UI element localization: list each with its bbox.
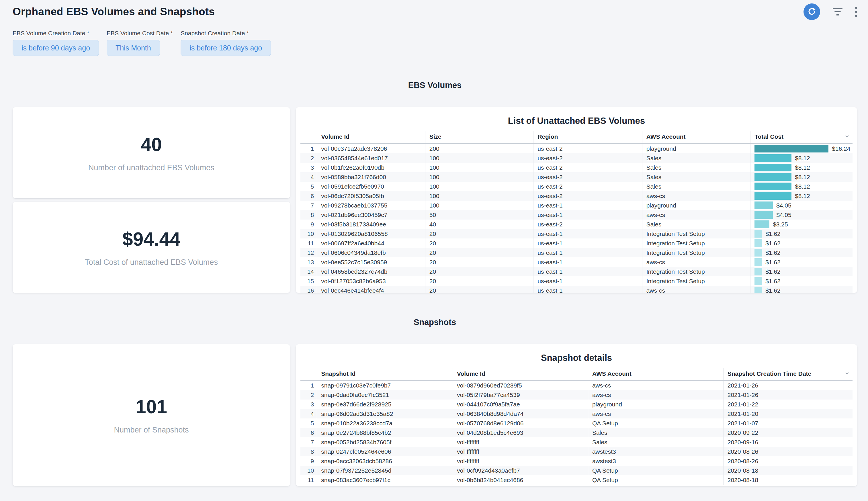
volume-row[interactable]: 6vol-06dc720f5305a05fb100us-east-2aws-cs… (300, 191, 853, 201)
column-header-label: Total Cost (754, 133, 783, 140)
snapshot-row[interactable]: 11snap-083ac3607ecb97f1cvol-0b6b824b041e… (300, 475, 853, 485)
region-cell: us-east-2 (534, 163, 642, 172)
cost-bar (754, 202, 773, 209)
snapshot-row[interactable]: 8snap-0247cfe052464e606vol-ffffffffawste… (300, 447, 853, 456)
refresh-button[interactable] (804, 3, 820, 20)
size-cell: 100 (425, 153, 533, 163)
stat-value: $94.44 (122, 228, 180, 250)
filter-value-chip[interactable]: is before 90 days ago (13, 40, 99, 56)
row-index: 9 (300, 456, 317, 466)
cost-value: $8.12 (795, 155, 810, 162)
volume-row[interactable]: 12vol-0606c04349da18efb20us-east-1Integr… (300, 248, 853, 257)
aws-account-cell: aws-cs (642, 257, 750, 267)
filter-label: EBS Volume Cost Date * (107, 30, 173, 37)
snapshot-id-cell: snap-07f9372252e52845d (317, 466, 453, 475)
volume-row[interactable]: 2vol-036548544e61ed017100us-east-2Sales$… (300, 153, 853, 163)
filter-value-chip[interactable]: This Month (107, 40, 160, 56)
volume-row[interactable]: 15vol-0f127053c82b6a95320us-east-1Integr… (300, 276, 853, 286)
column-header[interactable]: Snapshot Creation Time Date (723, 368, 853, 381)
total-cost-cell: $4.05 (750, 210, 853, 220)
volume-row[interactable]: 9vol-03f5b3181733409ee40us-east-2Sales$3… (300, 220, 853, 229)
snapshot-row[interactable]: 6snap-0e2724b88bf85c4b2vol-04d208b1ed5c4… (300, 428, 853, 437)
region-cell: us-east-2 (534, 153, 642, 163)
volume-row[interactable]: 16vol-0ec446e414bfee4f420us-east-1aws-cs… (300, 286, 853, 293)
snapshot-row[interactable]: 9snap-0ecc32063dcb58286vol-ffffffffawste… (300, 456, 853, 466)
volume-id-cell: vol-00697ff2a6e40bb44 (317, 238, 425, 248)
volume-row[interactable]: 7vol-09278bcaeb1037755100us-east-1playgr… (300, 201, 853, 210)
volumes-table-header-row: Volume IdSizeRegionAWS AccountTotal Cost (300, 131, 853, 143)
region-cell: us-east-2 (534, 182, 642, 191)
column-header[interactable]: Total Cost (750, 131, 853, 143)
page-title: Orphaned EBS Volumes and Snapshots (13, 5, 857, 18)
column-header-label: Volume Id (321, 133, 350, 140)
column-header[interactable]: Snapshot Id (317, 368, 453, 381)
cost-bar (754, 230, 762, 238)
column-header[interactable]: Region (534, 131, 642, 143)
column-header-label: AWS Account (592, 370, 632, 377)
volume-row[interactable]: 8vol-021db96ee300459c750us-east-1aws-cs$… (300, 210, 853, 220)
aws-account-cell: playground (642, 143, 750, 153)
snapshot-id-cell: snap-010b22a36238ccd7a (317, 418, 453, 428)
size-cell: 100 (425, 163, 533, 172)
cost-bar (754, 173, 792, 181)
snapshot-row[interactable]: 7snap-0052bd25834b7605fvol-ffffffffSales… (300, 437, 853, 447)
aws-account-cell: aws-cs (588, 381, 723, 390)
cost-bar (754, 154, 792, 162)
column-header[interactable]: Volume Id (317, 131, 425, 143)
column-header[interactable]: Volume Id (453, 368, 588, 381)
volume-stats-column: 40 Number of unattached EBS Volumes $94.… (13, 107, 290, 293)
volume-id-cell: vol-0879d960ed70239f5 (453, 381, 588, 390)
creation-date-cell: 2020-08-26 (723, 456, 853, 466)
volume-id-cell: vol-0570768d8e6129d06 (453, 418, 588, 428)
creation-date-cell: 2021-01-20 (723, 409, 853, 418)
total-cost-cell: $8.12 (750, 191, 853, 201)
row-index: 14 (300, 267, 317, 276)
cost-bar (754, 164, 792, 171)
snapshot-row[interactable]: 2snap-0dad0fa0ec7fc3521vol-05f2f79ba77ca… (300, 390, 853, 399)
cost-bar (754, 192, 792, 200)
filter-icon (833, 8, 843, 15)
aws-account-cell: aws-cs (642, 210, 750, 220)
volume-id-cell: vol-036548544e61ed017 (317, 153, 425, 163)
filter-button[interactable] (833, 8, 843, 15)
panel-title: Snapshot details (300, 353, 853, 363)
aws-account-cell: QA Setup (588, 475, 723, 485)
volume-row[interactable]: 11vol-00697ff2a6e40bb4420us-east-1Integr… (300, 238, 853, 248)
snapshot-row[interactable]: 4snap-06d02ad3d31e35a82vol-063840b8d98d4… (300, 409, 853, 418)
volume-row[interactable]: 10vol-013029620a810655820us-east-1Integr… (300, 229, 853, 238)
row-index: 5 (300, 182, 317, 191)
size-cell: 100 (425, 172, 533, 182)
aws-account-cell: Sales (642, 163, 750, 172)
column-header[interactable]: Size (425, 131, 533, 143)
volume-id-cell: vol-0591efce2fb5e0970 (317, 182, 425, 191)
snapshot-id-cell: snap-083ac3607ecb97f1c (317, 475, 453, 485)
column-header-label: Snapshot Id (321, 370, 355, 377)
aws-account-cell: Integration Test Setup (642, 276, 750, 286)
volume-row[interactable]: 5vol-0591efce2fb5e0970100us-east-2Sales$… (300, 182, 853, 191)
row-index: 7 (300, 437, 317, 447)
volume-row[interactable]: 13vol-0ee552c7c15e3095920us-east-1aws-cs… (300, 257, 853, 267)
snapshot-row[interactable]: 5snap-010b22a36238ccd7avol-0570768d8e612… (300, 418, 853, 428)
cost-value: $1.62 (765, 240, 781, 247)
cost-bar (754, 258, 762, 266)
total-cost-cell: $1.62 (750, 257, 853, 267)
total-cost-cell: $3.25 (750, 220, 853, 229)
column-header[interactable]: AWS Account (642, 131, 750, 143)
aws-account-cell: Sales (642, 153, 750, 163)
cost-bar (754, 183, 792, 190)
volume-row[interactable]: 14vol-04658bed2327c74db20us-east-1Integr… (300, 267, 853, 276)
filter-value-chip[interactable]: is before 180 days ago (181, 40, 271, 56)
more-menu-button[interactable] (855, 7, 857, 17)
volume-row[interactable]: 1vol-00c371a2adc378206200us-east-2playgr… (300, 143, 853, 153)
size-cell: 100 (425, 191, 533, 201)
cost-value: $1.62 (765, 249, 781, 256)
snapshot-row[interactable]: 1snap-09791c03e7c0fe9b7vol-0879d960ed702… (300, 381, 853, 390)
column-header[interactable]: AWS Account (588, 368, 723, 381)
volume-id-cell: vol-ffffffff (453, 447, 588, 456)
volumes-table: Volume IdSizeRegionAWS AccountTotal Cost… (300, 131, 853, 293)
volume-row[interactable]: 4vol-0589bba321f766d00100us-east-2Sales$… (300, 172, 853, 182)
snapshot-row[interactable]: 10snap-07f9372252e52845dvol-0cf0924d43a0… (300, 466, 853, 475)
volume-row[interactable]: 3vol-0b1fe262a0f0190db100us-east-2Sales$… (300, 163, 853, 172)
snapshot-row[interactable]: 3snap-0e37d66de2f928925vol-044107c0f9a5f… (300, 399, 853, 409)
panel-title: List of Unattached EBS Volumes (300, 116, 853, 126)
